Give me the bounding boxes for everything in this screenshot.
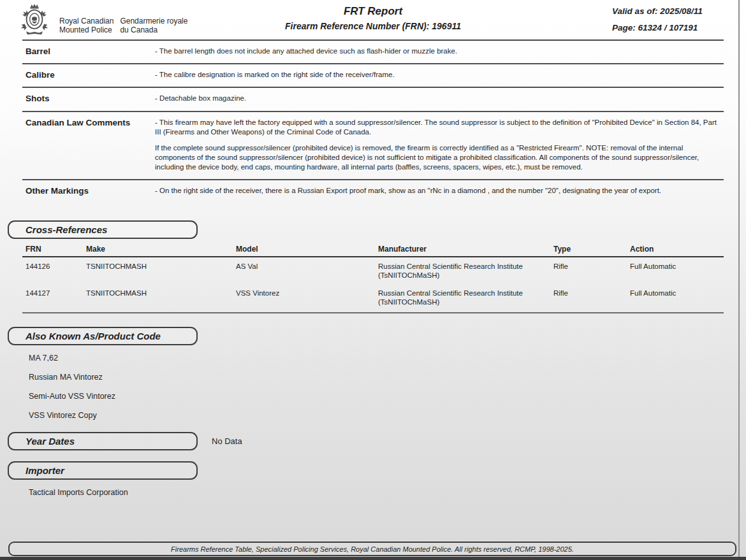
page-number: Page: 61324 / 107191: [612, 23, 724, 32]
table-row: 144127 TSNIITOCHMASH VSS Vintorez Russia…: [22, 284, 724, 313]
cross-references-heading: Cross-References: [8, 220, 198, 239]
attr-paragraph: - On the right side of the receiver, the…: [155, 186, 724, 196]
table-row: 144126 TSNIITOCHMASH AS Val Russian Cent…: [22, 257, 724, 284]
cell-make: TSNIITOCHMASH: [83, 257, 233, 284]
cross-references-table: FRN Make Model Manufacturer Type Action …: [22, 245, 724, 314]
cell-frn: 144127: [22, 284, 83, 313]
cross-references-section: Cross-References FRN Make Model Manufact…: [0, 220, 746, 314]
col-header-make: Make: [83, 245, 233, 257]
attr-label: Canadian Law Comments: [22, 116, 155, 173]
importer-section: Importer Tactical Imports Corporation: [0, 461, 746, 497]
col-header-action: Action: [627, 245, 724, 257]
list-item: VSS Vintorez Copy: [29, 411, 746, 420]
col-header-frn: FRN: [22, 245, 83, 257]
cell-action: Full Automatic: [627, 257, 724, 284]
cell-type: Rifle: [550, 257, 627, 284]
bottom-strip: [0, 557, 746, 560]
footer-text: Firearms Reference Table, Specialized Po…: [171, 545, 574, 553]
valid-as-of: Valid as of: 2025/08/11: [612, 6, 724, 16]
attr-label: Shots: [22, 92, 155, 103]
list-item: Russian MA Vintorez: [29, 373, 746, 382]
importer-list: Tactical Imports Corporation: [0, 480, 746, 497]
year-dates-heading: Year Dates: [8, 432, 198, 450]
cell-model: AS Val: [233, 257, 375, 284]
attr-row-canadian-law-comments: Canadian Law Comments - This firearm may…: [22, 112, 724, 181]
attr-paragraph: - Detachable box magazine.: [155, 94, 724, 103]
attr-row-calibre: Calibre - The calibre designation is mar…: [22, 64, 724, 88]
list-item: Semi-Auto VSS Vintorez: [29, 392, 746, 401]
also-known-as-list: MA 7,62 Russian MA Vintorez Semi-Auto VS…: [0, 345, 746, 420]
attr-row-barrel: Barrel - The barrel length does not incl…: [22, 41, 724, 64]
year-dates-value: No Data: [212, 436, 242, 446]
cell-action: Full Automatic: [627, 284, 724, 313]
list-item: Tactical Imports Corporation: [29, 488, 746, 497]
cell-type: Rifle: [550, 284, 627, 313]
header-meta: Valid as of: 2025/08/11 Page: 61324 / 10…: [612, 6, 724, 32]
attr-content: - The calibre designation is marked on t…: [155, 68, 724, 80]
also-known-as-section: Also Known As/Product Code MA 7,62 Russi…: [0, 327, 746, 420]
also-known-as-heading: Also Known As/Product Code: [8, 327, 198, 345]
footer-bar: Firearms Reference Table, Specialized Po…: [8, 542, 736, 556]
attr-paragraph: - The barrel length does not include any…: [155, 47, 724, 56]
attr-paragraph: - The calibre designation is marked on t…: [155, 70, 724, 80]
attr-label: Calibre: [22, 68, 155, 80]
attr-content: - The barrel length does not include any…: [155, 45, 724, 56]
cell-model: VSS Vintorez: [233, 284, 375, 313]
cell-manufacturer: Russian Central Scientific Research Inst…: [375, 284, 550, 313]
attr-label: Barrel: [22, 45, 155, 56]
cell-make: TSNIITOCHMASH: [83, 284, 233, 313]
cell-frn: 144126: [22, 257, 83, 284]
attr-row-other-markings: Other Markings - On the right side of th…: [22, 180, 724, 203]
year-dates-section: Year Dates No Data: [0, 432, 746, 450]
attr-content: - This firearm may have left the factory…: [155, 116, 724, 173]
col-header-type: Type: [550, 245, 627, 257]
attr-row-shots: Shots - Detachable box magazine.: [22, 88, 724, 111]
attr-content: - Detachable box magazine.: [155, 92, 724, 103]
attr-paragraph: - This firearm may have left the factory…: [155, 118, 724, 137]
list-item: MA 7,62: [29, 354, 746, 363]
attr-content: - On the right side of the receiver, the…: [155, 184, 724, 196]
page-right-edge: [738, 0, 746, 560]
attr-paragraph: If the complete sound suppressor/silence…: [155, 143, 724, 173]
attr-label: Other Markings: [22, 184, 155, 196]
report-header: Royal Canadian Mounted Police Gendarmeri…: [0, 0, 746, 39]
cell-manufacturer: Russian Central Scientific Research Inst…: [375, 257, 550, 284]
attribute-rows: Barrel - The barrel length does not incl…: [22, 41, 724, 203]
col-header-model: Model: [233, 245, 375, 257]
table-header-row: FRN Make Model Manufacturer Type Action: [22, 245, 724, 257]
col-header-manufacturer: Manufacturer: [375, 245, 550, 257]
importer-heading: Importer: [8, 461, 198, 480]
